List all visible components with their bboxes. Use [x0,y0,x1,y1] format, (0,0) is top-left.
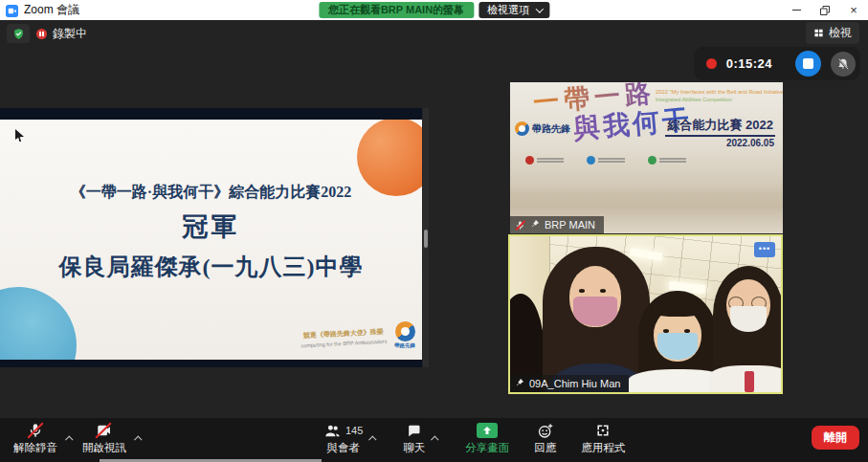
brp-swirl-icon [395,321,415,341]
pink-face-mask [573,297,617,326]
mic-muted-icon [515,220,525,231]
brp-logo-label: 帶路先鋒 [391,342,418,349]
org-logo-blue [587,156,625,165]
speaker-video-frame: ••• 09A_Chim Hiu Man [510,236,781,392]
person-right [713,266,781,392]
audio-options-chevron[interactable] [65,429,75,446]
toolbar-center-group: 145 與會者 聊天 [323,422,625,453]
close-button[interactable]: × [839,0,868,20]
chat-bubble-icon [406,423,422,438]
reactions-button[interactable]: 回應 [534,422,556,453]
apps-button[interactable]: 應用程式 [581,422,625,453]
chat-button[interactable]: 聊天 [403,422,425,453]
banner-subtitle: 綜合能力比賽 2022 [665,117,775,137]
pin-icon [530,219,540,231]
stop-recording-button[interactable] [795,51,821,77]
share-scrollbar-thumb[interactable] [424,230,428,248]
video-thumbnail-brp-main[interactable]: 一帶一路 與我何干 2022 "My Interfaces with the B… [510,82,783,233]
participants-label: 與會者 [326,442,360,453]
shared-screen-slide: 《一帶一路·與我何干》綜合能力比賽2022 冠軍 保良局羅傑承(一九八三)中學 … [0,108,422,367]
view-options-label: 檢視選項 [487,3,529,17]
banner-organizer-logos [525,156,686,165]
recording-timer-pill: 0:15:24 [694,47,860,80]
recording-indicator: 錄製中 [36,26,87,42]
video-options-chevron[interactable] [134,429,144,446]
chevron-down-icon [535,5,543,12]
participants-button[interactable]: 145 與會者 [323,422,363,453]
participants-count: 145 [345,425,363,436]
window-controls: × [782,0,868,20]
shield-check-icon [12,28,25,40]
banner-brp-logo-label: 帶路先鋒 [532,122,570,136]
participant-name: 09A_Chim Hiu Man [529,378,620,389]
unmute-label: 解除靜音 [13,442,57,453]
window-title: Zoom 會議 [24,2,79,18]
participant-name-badge: BRP MAIN [510,216,604,233]
share-screen-icon [477,423,498,438]
thumbnail-more-button[interactable]: ••• [754,242,775,257]
recording-dot-icon [706,58,717,69]
reactions-label: 回應 [534,442,556,453]
watching-banner: 您正在觀看BRP MAIN的螢幕 [319,2,474,18]
org-logo-green [648,156,686,165]
reaction-smiley-icon [537,423,554,439]
toolbar-left-group: 解除靜音 開啟視訊 [13,422,144,453]
mute-notifications-button[interactable] [831,52,856,77]
view-button[interactable]: 檢視 [806,22,859,44]
view-options-button[interactable]: 檢視選項 [479,2,549,18]
slide-top-bar [0,108,422,120]
apps-label: 應用程式 [581,442,625,453]
slide-brp-logo: 帶路先鋒 [391,321,418,349]
red-tie [745,371,754,392]
slide-body: 《一帶一路·與我何干》綜合能力比賽2022 冠軍 保良局羅傑承(一九八三)中學 … [0,120,422,360]
participant-name-badge: 09A_Chim Hiu Man [510,375,629,392]
video-thumbnail-active-speaker[interactable]: ••• 09A_Chim Hiu Man [508,234,783,394]
start-video-button[interactable]: 開啟視訊 [82,422,126,453]
org-logo-red [525,156,564,165]
stop-icon [803,58,813,69]
share-screen-button[interactable]: 分享畫面 [465,422,509,453]
banner-english-line2: Integrated Abilities Competition [656,96,780,103]
camera-off-icon [95,422,114,439]
grid-view-icon [813,28,824,38]
chat-options-chevron[interactable] [431,429,440,446]
restore-icon [820,6,830,15]
banner-english-title: 2022 "My Interfaces with the Belt and Ro… [656,88,780,103]
slide-school-name: 保良局羅傑承(一九八三)中學 [0,252,422,282]
share-scrollbar-track[interactable] [423,108,429,367]
slide-award-title: 冠軍 [0,209,422,244]
zoom-app-icon [6,4,18,16]
recording-label: 錄製中 [53,26,87,42]
pin-icon [515,378,524,389]
slide-blue-circle-decoration [0,287,77,360]
banner-brp-logo: 帶路先鋒 [515,121,570,137]
window-title-bar: Zoom 會議 您正在觀看BRP MAIN的螢幕 檢視選項 × [0,0,868,20]
slide-bottom-bar [0,360,422,367]
unmute-button[interactable]: 解除靜音 [13,422,57,453]
slide-competition-title: 《一帶一路·與我何干》綜合能力比賽2022 [0,183,422,203]
slide-ambassador-stamp: 競逐《帶路先鋒大使》殊榮 competing for the BRP Ambas… [300,327,389,349]
white-face-mask [730,306,767,332]
participant-name: BRP MAIN [545,219,595,231]
minimize-button[interactable] [782,0,811,20]
blue-face-mask [657,333,698,360]
timer-text: 0:15:24 [726,56,772,71]
banner-date: 2022.06.05 [726,138,774,148]
recording-pause-icon[interactable] [36,29,47,39]
bell-slash-icon [836,57,850,71]
apps-icon [595,423,611,438]
meeting-toolbar: 解除靜音 開啟視訊 145 與會者 [0,418,868,462]
view-button-label: 檢視 [829,25,852,41]
restore-button[interactable] [811,0,839,20]
watching-banner-group: 您正在觀看BRP MAIN的螢幕 檢視選項 [319,2,549,18]
participants-icon [323,423,342,439]
participants-options-chevron[interactable] [368,429,378,446]
security-shield-button[interactable] [7,24,30,43]
share-screen-label: 分享畫面 [465,442,509,453]
start-video-label: 開啟視訊 [82,442,126,453]
mic-muted-icon [27,422,44,439]
banner-english-line1: 2022 "My Interfaces with the Belt and Ro… [656,88,780,96]
zoom-meeting-window: Zoom 會議 您正在觀看BRP MAIN的螢幕 檢視選項 × 錄製中 檢視 0… [0,0,868,462]
leave-meeting-button[interactable]: 離開 [812,426,859,450]
chat-label: 聊天 [403,442,425,453]
